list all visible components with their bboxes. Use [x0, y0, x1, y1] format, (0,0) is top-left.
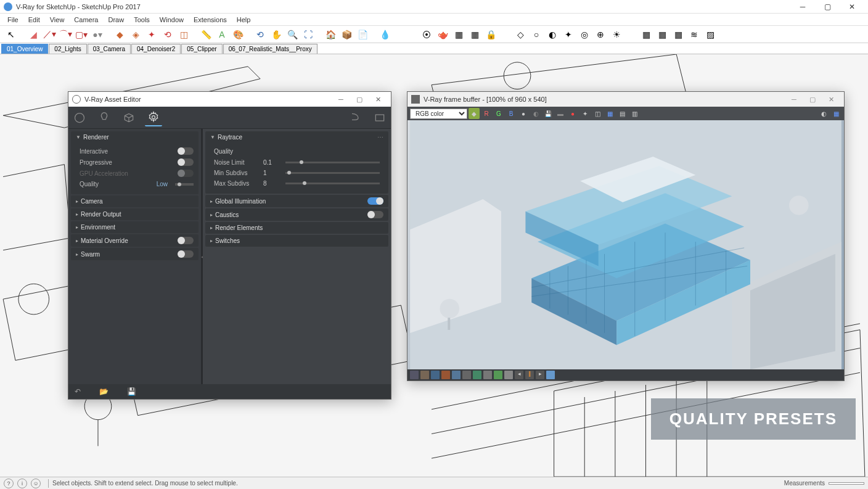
close-button[interactable]: ✕ — [840, 2, 864, 11]
fb-track-icon[interactable]: ▦ — [604, 108, 615, 119]
fb-channel-select[interactable]: RGB color — [410, 109, 467, 119]
vray-fur-icon[interactable]: ≋ — [687, 27, 702, 42]
vray-fb-icon[interactable]: ▦ — [451, 27, 466, 42]
menu-edit[interactable]: Edit — [23, 15, 45, 25]
vray-lock-icon[interactable]: 🔒 — [483, 27, 498, 42]
ae-interactive-render-icon[interactable] — [371, 109, 388, 126]
pan-tool-icon[interactable]: ✋ — [269, 27, 284, 42]
fb-region-icon[interactable]: ◫ — [592, 108, 603, 119]
vray-light-sphere-icon[interactable]: ○ — [529, 27, 544, 42]
vray-proxy3-icon[interactable]: ▦ — [671, 27, 686, 42]
fb-foot-10-icon[interactable] — [504, 371, 513, 379]
layout-icon[interactable]: 📄 — [355, 27, 370, 42]
scene-tab-denoiser[interactable]: 04_Denoiser2 — [131, 44, 181, 54]
vray-fb2-icon[interactable]: ▦ — [467, 27, 482, 42]
ae-section-renderer[interactable]: ▼Renderer — [71, 131, 199, 143]
select-tool-icon[interactable]: ↖ — [4, 27, 18, 42]
ae-quality-slider[interactable] — [175, 183, 194, 186]
ae-section-swarm[interactable]: ▸Swarm — [71, 248, 199, 260]
scene-tab-realistic[interactable]: 06_07_Realistic_Mats__Proxy — [223, 44, 317, 54]
fb-minimize-button[interactable]: ─ — [785, 96, 803, 103]
ae-max-subdivs-slider[interactable] — [285, 183, 380, 184]
fb-b-button[interactable]: B — [506, 108, 517, 119]
fb-foot-stop-icon[interactable] — [546, 371, 555, 379]
ae-section-gi[interactable]: ▸Global Illumination — [205, 195, 388, 207]
fb-foot-9-icon[interactable] — [494, 371, 502, 379]
ae-minimize-button[interactable]: ─ — [332, 96, 350, 103]
eraser-tool-icon[interactable]: ◢ — [26, 27, 41, 42]
vray-light-plane-icon[interactable]: ◇ — [513, 27, 528, 42]
rotate-tool-icon[interactable]: ⟲ — [160, 27, 175, 42]
arc-tool-icon[interactable]: ⌒▾ — [58, 27, 73, 42]
ae-interactive-toggle[interactable] — [178, 147, 194, 155]
ae-section-raytrace[interactable]: ▼Raytrace⋯ — [205, 131, 388, 143]
fb-maximize-button[interactable]: ▢ — [803, 96, 822, 104]
ae-progressive-toggle[interactable] — [178, 158, 194, 166]
warehouse-icon[interactable]: 🏠 — [323, 27, 338, 42]
fb-mono-icon[interactable]: ● — [518, 108, 529, 119]
ae-tab-materials-icon[interactable] — [71, 109, 88, 126]
ae-tab-lights-icon[interactable] — [96, 109, 113, 126]
menu-tools[interactable]: Tools — [129, 15, 155, 25]
scene-tab-camera[interactable]: 03_Camera — [88, 44, 131, 54]
fb-clear-icon[interactable]: ▬ — [555, 108, 566, 119]
vray-light-omni-icon[interactable]: ◎ — [577, 27, 592, 42]
fb-settings-icon[interactable]: ▦ — [830, 108, 841, 119]
ae-gi-toggle[interactable] — [367, 197, 383, 205]
menu-help[interactable]: Help — [232, 15, 256, 25]
tape-tool-icon[interactable]: 📏 — [199, 27, 213, 42]
scene-tab-lights[interactable]: 02_Lights — [49, 44, 86, 54]
fb-r-button[interactable]: R — [481, 108, 492, 119]
fb-foot-8-icon[interactable] — [483, 371, 492, 379]
menu-file[interactable]: File — [2, 15, 23, 25]
menu-window[interactable]: Window — [155, 15, 189, 25]
status-info-icon[interactable]: i — [17, 479, 27, 488]
ae-section-material-override[interactable]: ▸Material Override — [71, 234, 199, 247]
line-tool-icon[interactable]: ／▾ — [42, 27, 57, 42]
ae-caustics-toggle[interactable] — [367, 211, 383, 218]
zoom-tool-icon[interactable]: 🔍 — [285, 27, 300, 42]
fb-foot-4-icon[interactable] — [441, 371, 450, 379]
fb-close-button[interactable]: ✕ — [822, 96, 840, 104]
ae-render-icon[interactable] — [346, 109, 364, 126]
vray-light-sun-icon[interactable]: ☀ — [609, 27, 624, 42]
menu-draw[interactable]: Draw — [103, 15, 129, 25]
rect-tool-icon[interactable]: ▢▾ — [74, 27, 89, 42]
minimize-button[interactable]: ─ — [790, 2, 815, 11]
ae-tab-geometry-icon[interactable] — [120, 109, 137, 126]
maximize-button[interactable]: ▢ — [815, 2, 840, 11]
fb-foot-next-icon[interactable]: ▸ — [536, 371, 544, 379]
ae-min-subdivs-value[interactable]: 1 — [263, 170, 282, 176]
ae-undo-icon[interactable]: ↶ — [75, 387, 81, 396]
fb-g-button[interactable]: G — [493, 108, 504, 119]
scene-tab-clipper[interactable]: 05_Clipper — [181, 44, 222, 54]
ae-min-subdivs-slider[interactable] — [285, 172, 380, 174]
fb-foot-3-icon[interactable] — [431, 371, 440, 379]
fb-save-icon[interactable]: 💾 — [542, 108, 554, 119]
ae-material-override-toggle[interactable] — [178, 237, 194, 244]
ae-tab-settings-icon[interactable] — [145, 109, 162, 126]
ae-noise-limit-slider[interactable] — [285, 162, 380, 163]
fb-foot-7-icon[interactable] — [473, 371, 481, 379]
ae-section-render-output[interactable]: ▸Render Output — [71, 208, 199, 220]
paint-tool-icon[interactable]: 🎨 — [231, 27, 245, 42]
vray-light-dome-icon[interactable]: ⊕ — [593, 27, 608, 42]
ae-open-icon[interactable]: 📂 — [99, 387, 108, 396]
fb-stop-icon[interactable]: ● — [567, 108, 578, 119]
measurements-input[interactable] — [829, 482, 864, 485]
fb-alpha-icon[interactable]: ◐ — [530, 108, 541, 119]
text-tool-icon[interactable]: A — [215, 27, 229, 42]
ae-max-subdivs-value[interactable]: 8 — [263, 180, 282, 187]
fb-hist-icon[interactable]: ▥ — [629, 108, 640, 119]
scene-tab-overview[interactable]: 01_Overview — [1, 44, 48, 54]
zoom-extents-icon[interactable]: ⛶ — [301, 27, 316, 42]
ae-noise-limit-value[interactable]: 0.1 — [263, 159, 282, 166]
vray-logo-icon[interactable]: ⦿ — [419, 27, 434, 42]
offset-tool-icon[interactable]: ◈ — [128, 27, 143, 42]
fb-foot-prev-icon[interactable]: ◂ — [515, 371, 523, 379]
extension-icon[interactable]: 📦 — [339, 27, 354, 42]
vray-proxy-icon[interactable]: ▦ — [639, 27, 653, 42]
fb-render-view[interactable] — [407, 120, 844, 369]
ae-swarm-toggle[interactable] — [178, 250, 194, 258]
ae-section-render-elements[interactable]: ▸Render Elements — [205, 222, 388, 234]
